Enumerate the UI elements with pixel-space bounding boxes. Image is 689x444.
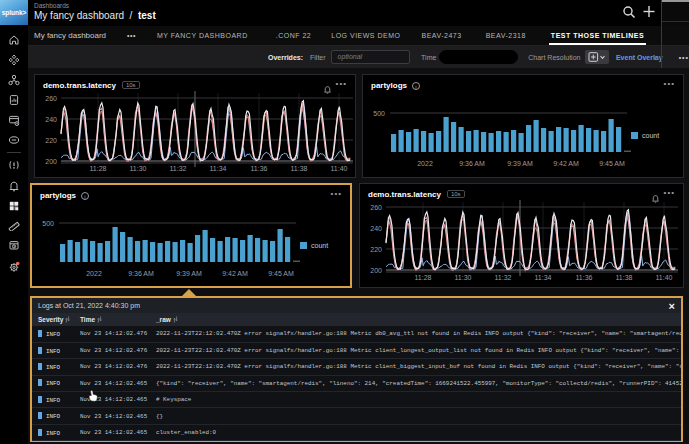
svg-text:11:40: 11:40	[331, 165, 348, 172]
svg-text:2022: 2022	[417, 160, 433, 167]
svg-text:200: 200	[370, 267, 382, 274]
svg-text:11:40: 11:40	[656, 274, 673, 281]
svg-text:9:45 AM: 9:45 AM	[599, 160, 625, 167]
svg-text:500: 500	[42, 220, 54, 227]
svg-text:11:38: 11:38	[291, 165, 308, 172]
svg-text:11:32: 11:32	[495, 274, 512, 281]
svg-text:200: 200	[45, 158, 57, 165]
svg-text:500: 500	[373, 110, 385, 117]
svg-text:9:42 AM: 9:42 AM	[553, 160, 579, 167]
svg-text:9:36 AM: 9:36 AM	[459, 160, 485, 167]
svg-text:260: 260	[370, 204, 382, 211]
svg-text:11:36: 11:36	[251, 165, 268, 172]
svg-text:11:28: 11:28	[415, 274, 432, 281]
svg-text:11:34: 11:34	[210, 165, 227, 172]
svg-text:240: 240	[45, 116, 57, 123]
svg-text:11:28: 11:28	[90, 165, 107, 172]
svg-text:9:42 AM: 9:42 AM	[222, 270, 248, 277]
svg-text:9:39 AM: 9:39 AM	[176, 270, 202, 277]
svg-text:260: 260	[45, 95, 57, 102]
svg-text:240: 240	[370, 225, 382, 232]
svg-text:2022: 2022	[86, 270, 102, 277]
svg-text:11:32: 11:32	[170, 165, 187, 172]
svg-text:9:39 AM: 9:39 AM	[507, 160, 533, 167]
svg-text:220: 220	[45, 137, 57, 144]
svg-text:11:36: 11:36	[576, 274, 593, 281]
svg-text:9:45 AM: 9:45 AM	[268, 270, 294, 277]
svg-text:11:30: 11:30	[455, 274, 472, 281]
svg-text:220: 220	[370, 246, 382, 253]
svg-text:11:34: 11:34	[535, 274, 552, 281]
svg-text:11:38: 11:38	[616, 274, 633, 281]
svg-text:11:30: 11:30	[130, 165, 147, 172]
svg-text:9:36 AM: 9:36 AM	[128, 270, 154, 277]
